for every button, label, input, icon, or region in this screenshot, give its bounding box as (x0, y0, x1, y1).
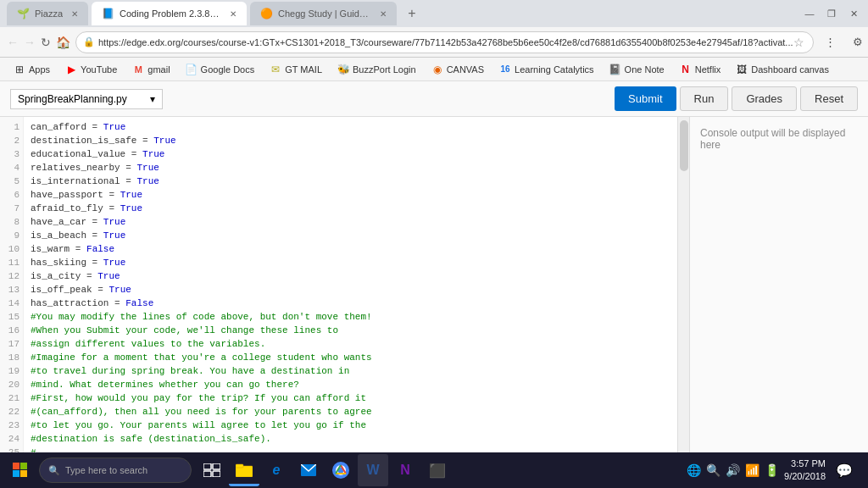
new-tab-button[interactable]: + (400, 2, 424, 25)
line-number: 16 (0, 324, 23, 337)
code-comment: #destination is safe (destination_is_saf… (31, 434, 271, 444)
bookmark-canvas[interactable]: ◉ CANVAS (425, 60, 491, 79)
filename-label: SpringBreakPlanning.py (18, 93, 127, 105)
code-line: #You may modify the lines of code above,… (31, 310, 670, 324)
netflix-icon: N (680, 64, 692, 75)
battery-icon[interactable]: 🔋 (765, 463, 779, 477)
scrollbar[interactable] (677, 117, 689, 488)
bookmark-buzzport[interactable]: 🐝 BuzzPort Login (331, 60, 423, 79)
start-button[interactable] (3, 454, 37, 486)
code-line: has_skiing = True (31, 256, 670, 269)
coding-tab-close[interactable]: ✕ (230, 9, 236, 19)
settings-button[interactable]: ⚙ (846, 30, 868, 54)
line-number: 8 (0, 215, 23, 229)
code-value: True (136, 163, 159, 173)
code-value: True (142, 149, 164, 159)
code-variable: have_a_car (31, 217, 86, 227)
mail-button[interactable] (293, 454, 324, 486)
close-button[interactable]: ✕ (846, 6, 861, 21)
bookmark-star-icon[interactable]: ☆ (793, 36, 804, 49)
code-line: have_passport = True (31, 188, 670, 202)
taskbar-clock[interactable]: 3:57 PM 9/20/2018 (784, 458, 826, 484)
file-selector[interactable]: SpringBreakPlanning.py ▾ (10, 89, 163, 109)
bookmark-learningcatalytics-label: Learning Catalytics (515, 64, 594, 75)
line-number: 1 (0, 120, 23, 134)
network-icon[interactable]: 🌐 (687, 463, 701, 477)
search-icon: 🔍 (48, 465, 60, 476)
taskbar-search[interactable]: 🔍 Type here to search (39, 458, 192, 483)
reset-button[interactable]: Reset (800, 86, 858, 111)
bookmark-onenote[interactable]: 📓 One Note (603, 60, 671, 79)
forward-button[interactable]: → (24, 32, 36, 53)
chegg-tab-close[interactable]: ✕ (380, 9, 387, 19)
maximize-button[interactable]: ❐ (824, 6, 839, 21)
minimize-button[interactable]: — (802, 6, 817, 21)
line-number: 24 (0, 432, 23, 446)
editor-area: 1234567891011121314151617181920212223242… (0, 117, 868, 488)
tab-chegg[interactable]: 🟠 Chegg Study | Guided Solutions ✕ (250, 2, 397, 25)
notification-button[interactable]: 💬 (831, 454, 858, 486)
bookmark-dashboardcanvas-label: Dashboard canvas (751, 64, 829, 75)
piazza-tab-close[interactable]: ✕ (71, 9, 78, 19)
code-value: True (120, 190, 142, 200)
onenote-taskbar-button[interactable]: N (390, 454, 420, 486)
taskview-button[interactable] (197, 454, 227, 486)
code-variable: educational_value (31, 149, 125, 159)
code-pane[interactable]: 1234567891011121314151617181920212223242… (0, 117, 690, 488)
code-line: #First, how would you pay for the trip? … (31, 391, 670, 405)
collections-button[interactable]: ⋮ (819, 30, 843, 54)
svg-rect-2 (13, 470, 19, 477)
bookmark-gtmail[interactable]: ✉ GT MAIL (263, 60, 329, 79)
search-tray-icon[interactable]: 🔍 (706, 463, 721, 477)
url-bar[interactable]: 🔒 https://edge.edx.org/courses/course-v1… (75, 31, 814, 53)
bookmark-dashboardcanvas[interactable]: 🖼 Dashboard canvas (729, 60, 836, 79)
line-number: 17 (0, 337, 23, 351)
code-line: #(can_afford), then all you need is for … (31, 405, 670, 419)
submit-button[interactable]: Submit (615, 86, 676, 111)
code-line: can_afford = True (31, 120, 670, 134)
code-line: is_off_peak = True (31, 283, 670, 297)
gtmail-icon: ✉ (270, 64, 281, 75)
code-variable: has_attraction (31, 298, 108, 308)
code-variable: is_warm (31, 244, 70, 254)
bookmark-apps[interactable]: ⊞ Apps (7, 60, 57, 79)
bookmark-gmail-label: gmail (147, 64, 170, 75)
code-line: has_attraction = False (31, 297, 670, 310)
bookmark-googledocs[interactable]: 📄 Google Docs (179, 60, 262, 79)
code-content[interactable]: can_afford = Truedestination_is_safe = T… (24, 117, 677, 488)
code-variable: is_a_city (31, 271, 81, 281)
code-comment: #mind. What determines whether you can g… (31, 380, 299, 390)
code-variable: is_international (31, 176, 120, 186)
fileexplorer-button[interactable] (229, 454, 259, 486)
other-app-button[interactable]: ⬛ (422, 454, 453, 486)
bookmark-netflix[interactable]: N Netflix (673, 60, 728, 79)
scrollbar-thumb[interactable] (680, 120, 688, 171)
bookmark-learningcatalytics[interactable]: 16 Learning Catalytics (492, 60, 601, 79)
piazza-tab-icon: 🌱 (17, 8, 30, 19)
console-pane: Console output will be displayed here (690, 117, 868, 488)
grades-button[interactable]: Grades (732, 86, 797, 111)
edge-button[interactable]: e (261, 454, 292, 486)
word-button[interactable]: W (358, 454, 388, 486)
bookmark-googledocs-label: Google Docs (201, 64, 255, 75)
code-variable: relatives_nearby (31, 163, 120, 173)
code-value: True (103, 258, 125, 268)
tab-coding[interactable]: 📘 Coding Problem 2.3.8 (Advance) ✕ (92, 2, 247, 25)
code-line: is_warm = False (31, 242, 670, 256)
code-comment: #to travel during spring break. You have… (31, 366, 349, 376)
chrome-button[interactable] (326, 454, 356, 486)
tab-piazza[interactable]: 🌱 Piazza ✕ (7, 2, 88, 25)
home-button[interactable]: 🏠 (56, 32, 70, 53)
line-number: 5 (0, 175, 23, 188)
refresh-button[interactable]: ↻ (41, 32, 51, 53)
wifi-icon[interactable]: 📶 (745, 463, 760, 477)
back-button[interactable]: ← (7, 32, 19, 53)
bookmark-youtube[interactable]: ▶ YouTube (58, 60, 124, 79)
bookmark-gmail[interactable]: M gmail (125, 60, 176, 79)
code-value: True (136, 176, 159, 186)
run-button[interactable]: Run (680, 86, 729, 111)
apps-icon: ⊞ (14, 64, 25, 75)
svg-rect-9 (236, 464, 243, 468)
volume-icon[interactable]: 🔊 (726, 463, 740, 477)
code-value: True (153, 136, 175, 146)
